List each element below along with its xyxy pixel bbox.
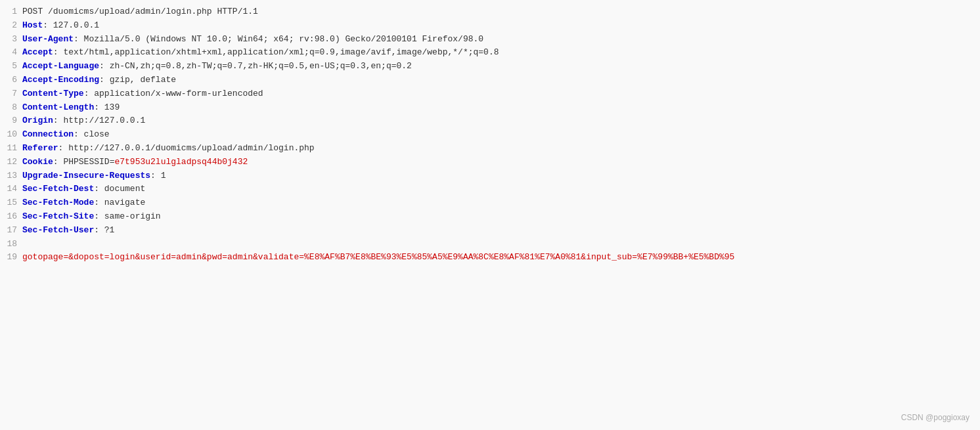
line-number: 4 — [5, 46, 17, 60]
line-number: 15 — [5, 196, 17, 210]
segment: Sec-Fetch-Site — [22, 211, 94, 221]
line-content: Sec-Fetch-Mode: navigate — [22, 196, 975, 210]
segment: Cookie — [22, 157, 53, 167]
line-number: 1 — [5, 5, 17, 19]
line-number: 16 — [5, 210, 17, 224]
code-line: 7Content-Type: application/x-www-form-ur… — [0, 87, 980, 101]
segment: Accept — [22, 47, 53, 57]
code-line: 9Origin: http://127.0.0.1 — [0, 114, 980, 128]
segment: : zh-CN,zh;q=0.8,zh-TW;q=0.7,zh-HK;q=0.5… — [99, 61, 412, 71]
code-line: 4Accept: text/html,application/xhtml+xml… — [0, 46, 980, 60]
line-content: User-Agent: Mozilla/5.0 (Windows NT 10.0… — [22, 33, 975, 47]
line-content: POST /duomicms/upload/admin/login.php HT… — [22, 5, 975, 19]
line-content: Referer: http://127.0.0.1/duomicms/uploa… — [22, 142, 975, 156]
line-content: Sec-Fetch-User: ?1 — [22, 224, 975, 238]
segment: : http://127.0.0.1 — [53, 116, 145, 125]
code-line: 8Content-Length: 139 — [0, 101, 980, 115]
segment: : gzip, deflate — [99, 75, 176, 85]
line-number: 9 — [5, 114, 17, 128]
code-line: 14Sec-Fetch-Dest: document — [0, 183, 980, 196]
segment: Referer — [22, 143, 58, 153]
code-line: 17Sec-Fetch-User: ?1 — [0, 224, 980, 238]
segment: User-Agent — [22, 34, 74, 44]
code-line: 16Sec-Fetch-Site: same-origin — [0, 210, 980, 224]
segment: Origin — [22, 116, 53, 125]
code-line: 18 — [0, 238, 980, 251]
watermark: CSDN @poggioxay — [901, 413, 969, 422]
segment: Sec-Fetch-Mode — [22, 198, 94, 207]
segment: : text/html,application/xhtml+xml,applic… — [53, 47, 499, 57]
segment: Sec-Fetch-User — [22, 225, 94, 235]
line-content: Cookie: PHPSESSID=e7t953u2lulgladpsq44b0… — [22, 156, 975, 169]
line-number: 11 — [5, 142, 17, 156]
http-request-display: 1POST /duomicms/upload/admin/login.php H… — [0, 0, 980, 270]
segment: : 127.0.0.1 — [43, 20, 99, 30]
line-content: Accept-Encoding: gzip, deflate — [22, 74, 975, 87]
code-line: 5Accept-Language: zh-CN,zh;q=0.8,zh-TW;q… — [0, 60, 980, 74]
code-line: 12Cookie: PHPSESSID=e7t953u2lulgladpsq44… — [0, 156, 980, 169]
segment: : PHPSESSID= — [53, 157, 115, 167]
segment: : same-origin — [94, 211, 160, 221]
segment: Host — [22, 20, 43, 30]
line-number: 19 — [5, 251, 17, 265]
segment: : ?1 — [94, 225, 114, 235]
segment: : http://127.0.0.1/duomicms/upload/admin… — [58, 143, 315, 153]
code-line: 2Host: 127.0.0.1 — [0, 19, 980, 33]
line-content: Host: 127.0.0.1 — [22, 19, 975, 33]
line-content — [22, 238, 975, 251]
line-content: Sec-Fetch-Site: same-origin — [22, 210, 975, 224]
segment: : Mozilla/5.0 (Windows NT 10.0; Win64; x… — [74, 34, 483, 44]
code-line: 19gotopage=&dopost=login&userid=admin&pw… — [0, 251, 980, 265]
code-line: 10Connection: close — [0, 128, 980, 142]
line-number: 6 — [5, 74, 17, 87]
code-line: 6Accept-Encoding: gzip, deflate — [0, 74, 980, 87]
line-content: Connection: close — [22, 128, 975, 142]
line-number: 2 — [5, 19, 17, 33]
line-content: Sec-Fetch-Dest: document — [22, 183, 975, 196]
line-number: 18 — [5, 238, 17, 251]
line-content: Content-Type: application/x-www-form-url… — [22, 87, 975, 101]
code-line: 1POST /duomicms/upload/admin/login.php H… — [0, 5, 980, 19]
segment: Content-Type — [22, 89, 84, 98]
segment: Accept-Encoding — [22, 75, 99, 85]
line-content: Origin: http://127.0.0.1 — [22, 114, 975, 128]
line-number: 14 — [5, 183, 17, 196]
line-number: 12 — [5, 156, 17, 169]
segment: : navigate — [94, 198, 145, 207]
line-number: 17 — [5, 224, 17, 238]
line-content: gotopage=&dopost=login&userid=admin&pwd=… — [22, 251, 975, 265]
segment: Content-Length — [22, 102, 94, 112]
code-line: 15Sec-Fetch-Mode: navigate — [0, 196, 980, 210]
line-number: 3 — [5, 33, 17, 47]
code-line: 11Referer: http://127.0.0.1/duomicms/upl… — [0, 142, 980, 156]
segment: Connection — [22, 129, 74, 139]
line-number: 7 — [5, 87, 17, 101]
segment: Sec-Fetch-Dest — [22, 184, 94, 194]
segment: : document — [94, 184, 145, 194]
line-content: Accept: text/html,application/xhtml+xml,… — [22, 46, 975, 60]
code-line: 3User-Agent: Mozilla/5.0 (Windows NT 10.… — [0, 33, 980, 47]
segment: : 1 — [150, 171, 166, 181]
code-line: 13Upgrade-Insecure-Requests: 1 — [0, 169, 980, 183]
line-number: 5 — [5, 60, 17, 74]
line-number: 10 — [5, 128, 17, 142]
line-number: 8 — [5, 101, 17, 115]
segment: : close — [74, 129, 110, 139]
segment: POST /duomicms/upload/admin/login.php HT… — [22, 7, 258, 16]
segment: : 139 — [94, 102, 120, 112]
segment: Accept-Language — [22, 61, 99, 71]
line-content: Accept-Language: zh-CN,zh;q=0.8,zh-TW;q=… — [22, 60, 975, 74]
segment: gotopage=&dopost=login&userid=admin&pwd=… — [22, 252, 734, 262]
segment: : application/x-www-form-urlencoded — [84, 89, 263, 98]
line-content: Upgrade-Insecure-Requests: 1 — [22, 169, 975, 183]
segment: e7t953u2lulgladpsq44b0j432 — [114, 157, 248, 167]
line-number: 13 — [5, 169, 17, 183]
segment: Upgrade-Insecure-Requests — [22, 171, 150, 181]
line-content: Content-Length: 139 — [22, 101, 975, 115]
